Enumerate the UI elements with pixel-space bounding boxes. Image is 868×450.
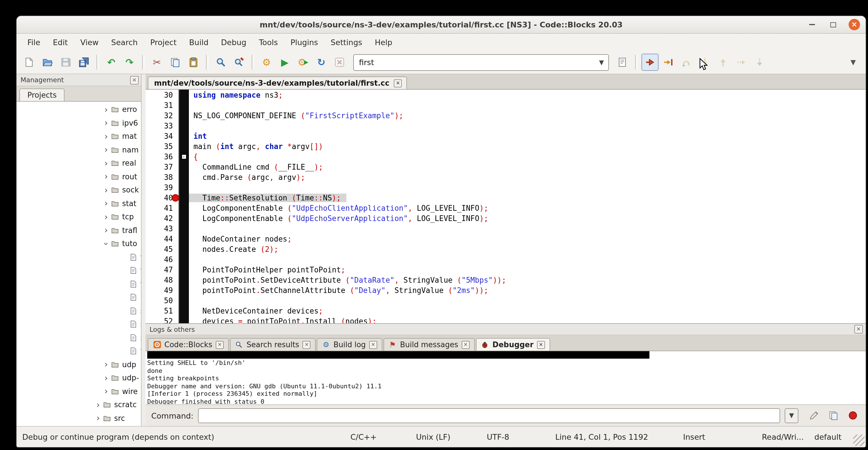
replace-button[interactable] bbox=[230, 54, 248, 71]
redo-button[interactable]: ↷ bbox=[121, 54, 138, 71]
tree-item-mat[interactable]: ›mat bbox=[17, 130, 141, 143]
new-file-button[interactable] bbox=[21, 54, 38, 71]
tree-item-fif[interactable]: fif bbox=[17, 250, 141, 264]
chevron-right-icon[interactable]: › bbox=[102, 119, 110, 127]
close-icon[interactable]: × bbox=[462, 341, 470, 349]
chevron-right-icon[interactable]: › bbox=[94, 414, 102, 422]
menu-edit[interactable]: Edit bbox=[46, 34, 74, 51]
code-editor[interactable]: 30using namespace ns3;3132NS_LOG_COMPONE… bbox=[146, 90, 866, 323]
tree-item-udp[interactable]: ›udp bbox=[17, 358, 141, 371]
fold-marker-icon[interactable]: - bbox=[181, 154, 186, 159]
code-line-33[interactable]: 33 bbox=[146, 120, 866, 131]
tree-item-stat[interactable]: ›stat bbox=[17, 197, 141, 210]
fold-margin[interactable] bbox=[179, 172, 189, 182]
fold-margin[interactable] bbox=[179, 264, 189, 275]
close-icon[interactable]: × bbox=[130, 76, 139, 84]
tree-item-tcp[interactable]: ›tcp bbox=[17, 210, 141, 223]
code-line-35[interactable]: 35main (int argc, char *argv[]) bbox=[146, 141, 866, 151]
minimize-button[interactable] bbox=[806, 19, 818, 30]
code-line-43[interactable]: 43 bbox=[146, 223, 866, 234]
code-line-37[interactable]: 37 CommandLine cmd (__FILE__); bbox=[146, 161, 866, 172]
fold-margin[interactable] bbox=[179, 203, 189, 213]
fold-margin[interactable] bbox=[179, 305, 189, 316]
code-line-47[interactable]: 47 PointToPointHelper pointToPoint; bbox=[146, 264, 866, 275]
close-icon[interactable]: × bbox=[854, 325, 863, 333]
open-file-button[interactable] bbox=[39, 54, 56, 71]
code-line-46[interactable]: 46 bbox=[146, 254, 866, 264]
step-into-instruction-button[interactable] bbox=[751, 54, 768, 71]
fold-margin[interactable] bbox=[179, 244, 189, 254]
code-line-45[interactable]: 45 nodes.Create (2); bbox=[146, 244, 866, 254]
fold-margin[interactable] bbox=[179, 192, 189, 203]
step-into-button[interactable] bbox=[696, 54, 713, 71]
code-line-44[interactable]: 44 NodeContainer nodes; bbox=[146, 234, 866, 244]
tree-item-wire[interactable]: ›wire bbox=[17, 385, 141, 398]
fold-margin[interactable] bbox=[179, 223, 189, 234]
tree-item-fo[interactable]: fo bbox=[17, 277, 141, 291]
save-all-button[interactable] bbox=[75, 54, 92, 71]
abort-build-button[interactable] bbox=[331, 54, 348, 71]
menu-file[interactable]: File bbox=[21, 34, 46, 51]
logs-tab-debugger[interactable]: Debugger× bbox=[476, 338, 550, 351]
code-line-32[interactable]: 32NS_LOG_COMPONENT_DEFINE ("FirstScriptE… bbox=[146, 110, 866, 120]
fold-margin[interactable] bbox=[179, 131, 189, 141]
close-icon[interactable]: × bbox=[216, 341, 224, 349]
tree-item-sock[interactable]: ›sock bbox=[17, 183, 141, 197]
chevron-right-icon[interactable]: › bbox=[102, 387, 110, 395]
tree-item-th[interactable]: th bbox=[17, 344, 141, 358]
toolbar-overflow-button[interactable]: ▼ bbox=[845, 54, 862, 71]
debugger-command-input[interactable] bbox=[198, 409, 779, 422]
chevron-down-icon[interactable]: › bbox=[102, 240, 110, 248]
tree-item-tuto[interactable]: ›tuto bbox=[17, 237, 141, 250]
code-line-48[interactable]: 48 pointToPoint.SetDeviceAttribute ("Dat… bbox=[146, 275, 866, 285]
rebuild-button[interactable]: ↻ bbox=[313, 54, 330, 71]
incremental-search-combo[interactable]: ▼ bbox=[353, 54, 609, 70]
tree-item-six[interactable]: six bbox=[17, 331, 141, 344]
fold-margin[interactable] bbox=[179, 90, 189, 100]
code-line-49[interactable]: 49 pointToPoint.SetChannelAttribute ("De… bbox=[146, 285, 866, 295]
fold-margin[interactable] bbox=[179, 285, 189, 295]
menu-search[interactable]: Search bbox=[105, 34, 144, 51]
copy-button[interactable] bbox=[167, 54, 184, 71]
fold-margin[interactable] bbox=[179, 141, 189, 151]
next-instruction-button[interactable] bbox=[733, 54, 750, 71]
code-line-50[interactable]: 50 bbox=[146, 295, 866, 305]
fold-margin[interactable] bbox=[179, 110, 189, 120]
logs-tab-build-log[interactable]: ⚙Build log× bbox=[317, 338, 382, 351]
code-line-36[interactable]: 36-{ bbox=[146, 151, 866, 161]
incremental-search-input[interactable] bbox=[354, 58, 595, 67]
logs-tab-build-messages[interactable]: ⚑Build messages× bbox=[383, 338, 475, 351]
chevron-right-icon[interactable]: › bbox=[94, 401, 102, 409]
build-button[interactable]: ⚙ bbox=[258, 54, 275, 71]
find-button[interactable] bbox=[212, 54, 229, 71]
panel-splitter[interactable] bbox=[142, 74, 146, 426]
code-line-38[interactable]: 38 cmd.Parse (argc, argv); bbox=[146, 172, 866, 182]
code-line-41[interactable]: 41 LogComponentEnable ("UdpEchoClientApp… bbox=[146, 203, 866, 213]
chevron-right-icon[interactable]: › bbox=[102, 213, 110, 221]
tree-item-erro[interactable]: ›erro bbox=[17, 103, 141, 116]
debugger-command-combo[interactable] bbox=[198, 408, 780, 423]
undo-button[interactable]: ↶ bbox=[103, 54, 120, 71]
menu-project[interactable]: Project bbox=[144, 34, 183, 51]
tab-projects[interactable]: Projects bbox=[20, 89, 65, 101]
tree-item-fir[interactable]: fir bbox=[17, 264, 141, 277]
run-button[interactable]: ▶ bbox=[276, 54, 293, 71]
cut-button[interactable]: ✂ bbox=[148, 54, 165, 71]
chevron-right-icon[interactable]: › bbox=[102, 146, 110, 154]
menu-settings[interactable]: Settings bbox=[324, 34, 369, 51]
fold-margin[interactable] bbox=[179, 316, 189, 323]
resize-grip-icon[interactable] bbox=[853, 434, 865, 446]
chevron-right-icon[interactable]: › bbox=[102, 227, 110, 234]
code-line-34[interactable]: 34int bbox=[146, 131, 866, 141]
tree-item-src[interactable]: ›src bbox=[17, 412, 141, 425]
tree-item-rout[interactable]: ›rout bbox=[17, 170, 141, 183]
menu-plugins[interactable]: Plugins bbox=[284, 34, 324, 51]
copy-command-button[interactable] bbox=[826, 408, 841, 423]
debug-continue-button[interactable] bbox=[642, 54, 658, 71]
menu-help[interactable]: Help bbox=[368, 34, 399, 51]
command-history-dropdown[interactable]: ▼ bbox=[785, 408, 798, 423]
fold-margin[interactable] bbox=[179, 275, 189, 285]
chevron-right-icon[interactable]: › bbox=[102, 186, 110, 194]
chevron-right-icon[interactable]: › bbox=[102, 374, 110, 382]
chevron-right-icon[interactable]: › bbox=[102, 361, 110, 369]
